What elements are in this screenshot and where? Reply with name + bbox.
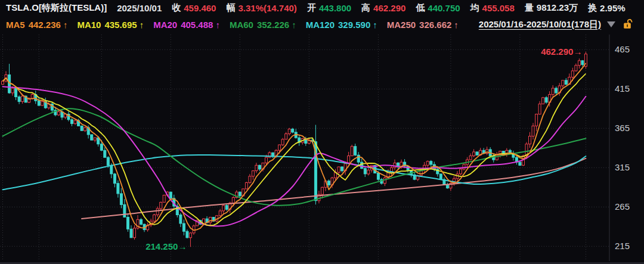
ma-legend: MA5 442.236 ↑ MA10 435.695 ↑ MA20 405.48… [0, 16, 644, 33]
stock-chart-app: 462.290→214.250→ 465415365315265215 TSLA… [0, 0, 644, 264]
date-range-control: 2025/01/16-2025/10/01(178日) [479, 18, 634, 31]
up-arrow-icon: ↑ [140, 20, 144, 30]
ma250-legend: MA250 326.662 ↑ [387, 20, 459, 30]
ma120-legend: MA120 329.590 ↑ [306, 20, 377, 30]
field-low: 低 440.750 [416, 2, 460, 14]
ma60-legend: MA60 352.226 ↑ [230, 20, 296, 30]
field-avg: 均 455.058 [470, 2, 515, 14]
field-turnover: 换 2.95% [588, 2, 626, 14]
field-volume: 量 9812.23万 [525, 2, 578, 14]
price-annotation: 214.250→ [145, 241, 187, 251]
y-axis-label: 415 [615, 83, 630, 94]
ma5-line [3, 63, 586, 231]
up-arrow-icon: ↑ [215, 20, 220, 30]
symbol-name: TSLA.O[特斯拉(TESLA)] [6, 2, 107, 14]
y-axis-label: 315 [615, 162, 630, 172]
ma10-legend: MA10 435.695 ↑ [77, 20, 144, 30]
y-axis-label: 265 [615, 201, 630, 212]
quote-header: TSLA.O[特斯拉(TESLA)] 2025/10/01 收 459.460 … [0, 0, 644, 16]
y-axis-label: 365 [615, 123, 630, 133]
quote-date: 2025/10/01 [117, 3, 162, 13]
field-close: 收 459.460 [172, 2, 216, 14]
y-axis-label: 465 [615, 44, 630, 54]
price-chart[interactable]: 462.290→214.250→ [0, 0, 644, 264]
field-change: 幅 3.31%(14.740) [226, 2, 296, 14]
y-axis-label: 215 [615, 241, 630, 251]
field-open: 开 443.800 [307, 2, 351, 14]
ma10-line [3, 74, 586, 226]
unlock-icon[interactable] [621, 18, 634, 31]
price-annotation: 462.290→ [541, 46, 582, 57]
triangle-down-icon[interactable] [607, 21, 615, 27]
gridlines [0, 35, 609, 261]
ma20-legend: MA20 405.488 ↑ [153, 20, 220, 30]
up-arrow-icon: ↑ [63, 20, 68, 30]
date-range[interactable]: 2025/01/16-2025/10/01(178日) [479, 19, 601, 30]
up-arrow-icon: ↑ [292, 20, 296, 30]
up-arrow-icon: ↑ [373, 20, 377, 30]
up-arrow-icon: ↑ [454, 20, 459, 30]
field-high: 高 462.290 [361, 2, 405, 14]
ma5-legend: MA5 442.236 ↑ [6, 20, 67, 30]
